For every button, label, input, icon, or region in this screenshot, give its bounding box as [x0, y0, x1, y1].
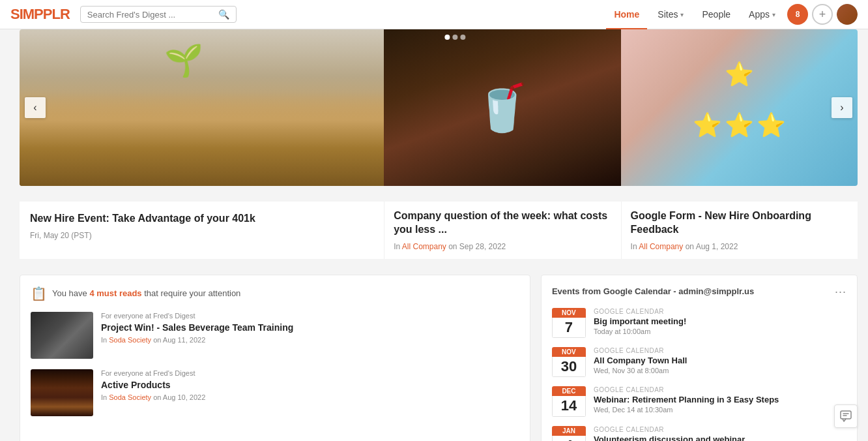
carousel-container: 🌱 ‹ 🥤 ⭐ ⭐ ⭐ ⭐	[20, 29, 858, 186]
avatar[interactable]	[837, 4, 858, 25]
nav-links: Home Sites ▾ People Apps ▾	[606, 0, 783, 29]
must-reads-card: 📋 You have 4 must reads that require you…	[20, 275, 530, 441]
card-main: New Hire Event: Take Advantage of your 4…	[20, 202, 384, 259]
carousel-item-2[interactable]: 🥤	[384, 29, 620, 186]
carousel-prev-button[interactable]: ‹	[25, 97, 46, 118]
search-input[interactable]	[87, 10, 216, 20]
card-side-2-title[interactable]: Company question of the week: what costs…	[394, 209, 611, 237]
event-content-1: GOOGLE CALENDAR Big important meeting! T…	[594, 308, 846, 335]
event-source-1: GOOGLE CALENDAR	[594, 308, 846, 315]
event-day-3: 14	[552, 396, 586, 416]
must-read-title-2[interactable]: Active Products	[101, 379, 519, 391]
must-read-community-1[interactable]: Soda Society	[109, 336, 151, 344]
event-name-2[interactable]: All Company Town Hall	[594, 356, 846, 365]
cards-section: New Hire Event: Take Advantage of your 4…	[20, 202, 858, 259]
event-source-3: GOOGLE CALENDAR	[594, 386, 846, 393]
must-read-meta-2: In Soda Society on Aug 10, 2022	[101, 393, 519, 401]
sites-chevron-icon: ▾	[680, 11, 684, 18]
must-read-item-1: For everyone at Fred's Digest Project Wi…	[31, 312, 519, 359]
must-read-content-1: For everyone at Fred's Digest Project Wi…	[101, 312, 519, 344]
card-side-2-community[interactable]: All Company	[402, 242, 446, 251]
event-source-2: GOOGLE CALENDAR	[594, 347, 846, 354]
must-reads-count[interactable]: 4 must reads	[89, 288, 141, 298]
event-badge-2: NOV 30	[552, 347, 586, 377]
carousel-item-main[interactable]: 🌱 ‹	[20, 29, 384, 186]
events-header: Events from Google Calendar - admin@simp…	[552, 286, 846, 297]
lower-section: 📋 You have 4 must reads that require you…	[20, 275, 858, 441]
nav-sites[interactable]: Sites ▾	[650, 0, 691, 29]
logo[interactable]: SIMPPLR	[10, 6, 70, 23]
card-main-title[interactable]: New Hire Event: Take Advantage of your 4…	[30, 212, 373, 226]
notification-badge[interactable]: 8	[787, 4, 808, 25]
card-side-3-meta: In All Company on Aug 1, 2022	[631, 242, 848, 251]
event-item-3: DEC 14 GOOGLE CALENDAR Webinar: Retireme…	[552, 386, 846, 416]
event-item-4: JAN 4 GOOGLE CALENDAR Volunteerism discu…	[552, 426, 846, 441]
event-month-4: JAN	[552, 426, 586, 436]
feedback-icon[interactable]	[834, 404, 858, 428]
search-bar[interactable]: 🔍	[80, 6, 237, 23]
carousel-next-button[interactable]: ›	[832, 97, 852, 118]
event-content-2: GOOGLE CALENDAR All Company Town Hall We…	[594, 347, 846, 374]
event-name-3[interactable]: Webinar: Retirement Planning in 3 Easy S…	[594, 395, 846, 404]
must-reads-header: 📋 You have 4 must reads that require you…	[31, 286, 519, 301]
must-read-item-2: For everyone at Fred's Digest Active Pro…	[31, 369, 519, 416]
event-time-2: Wed, Nov 30 at 8:00am	[594, 367, 846, 374]
must-read-content-2: For everyone at Fred's Digest Active Pro…	[101, 369, 519, 401]
carousel-dot-2[interactable]	[453, 35, 458, 40]
event-badge-4: JAN 4	[552, 426, 586, 441]
search-icon: 🔍	[218, 9, 229, 20]
must-read-community-2[interactable]: Soda Society	[109, 393, 151, 401]
event-name-1[interactable]: Big important meeting!	[594, 316, 846, 326]
event-content-4: GOOGLE CALENDAR Volunteerism discussion …	[594, 426, 846, 441]
add-button[interactable]: +	[812, 4, 833, 25]
event-time-1: Today at 10:00am	[594, 327, 846, 335]
apps-chevron-icon: ▾	[772, 11, 775, 18]
card-side-3-title[interactable]: Google Form - New Hire Onboarding Feedba…	[631, 209, 848, 237]
event-month-1: NOV	[552, 308, 586, 318]
must-reads-icon: 📋	[31, 286, 47, 301]
event-item-1: NOV 7 GOOGLE CALENDAR Big important meet…	[552, 308, 846, 338]
card-side-3: Google Form - New Hire Onboarding Feedba…	[621, 202, 858, 259]
carousel-dot-3[interactable]	[461, 35, 466, 40]
must-read-for-2: For everyone at Fred's Digest	[101, 369, 519, 377]
must-read-for-1: For everyone at Fred's Digest	[101, 312, 519, 320]
card-side-2: Company question of the week: what costs…	[384, 202, 620, 259]
event-content-3: GOOGLE CALENDAR Webinar: Retirement Plan…	[594, 386, 846, 414]
event-badge-1: NOV 7	[552, 308, 586, 338]
events-title: Events from Google Calendar - admin@simp…	[552, 286, 754, 296]
card-main-date: Fri, May 20 (PST)	[30, 231, 373, 240]
carousel: 🌱 ‹ 🥤 ⭐ ⭐ ⭐ ⭐	[20, 29, 858, 186]
must-read-thumb-2	[31, 369, 93, 416]
event-badge-3: DEC 14	[552, 386, 586, 416]
svg-rect-0	[841, 411, 851, 419]
event-item-2: NOV 30 GOOGLE CALENDAR All Company Town …	[552, 347, 846, 377]
nav-people[interactable]: People	[694, 0, 738, 29]
must-read-title-1[interactable]: Project Win! - Sales Beverage Team Train…	[101, 322, 519, 333]
nav-apps[interactable]: Apps ▾	[741, 0, 783, 29]
must-reads-text: You have 4 must reads that require your …	[52, 288, 240, 298]
event-source-4: GOOGLE CALENDAR	[594, 426, 846, 433]
event-day-2: 30	[552, 357, 586, 377]
main-content: 🌱 ‹ 🥤 ⭐ ⭐ ⭐ ⭐	[9, 29, 868, 441]
events-card: Events from Google Calendar - admin@simp…	[541, 275, 858, 441]
card-side-3-community[interactable]: All Company	[639, 242, 683, 251]
event-name-4[interactable]: Volunteerism discussion and webinar	[594, 434, 846, 441]
event-month-3: DEC	[552, 386, 586, 396]
event-month-2: NOV	[552, 347, 586, 357]
events-more-button[interactable]: ···	[835, 286, 846, 297]
event-time-3: Wed, Dec 14 at 10:30am	[594, 406, 846, 414]
must-read-meta-1: In Soda Society on Aug 11, 2022	[101, 336, 519, 344]
event-day-1: 7	[552, 318, 586, 338]
must-read-thumb-1	[31, 312, 93, 359]
nav-home[interactable]: Home	[606, 0, 647, 29]
carousel-dot-1[interactable]	[445, 35, 450, 40]
carousel-item-3[interactable]: ⭐ ⭐ ⭐ ⭐ ›	[621, 29, 858, 186]
navbar: SIMPPLR 🔍 Home Sites ▾ People Apps ▾ 8 +	[0, 0, 868, 29]
event-day-4: 4	[552, 436, 586, 441]
card-side-2-meta: In All Company on Sep 28, 2022	[394, 242, 611, 251]
